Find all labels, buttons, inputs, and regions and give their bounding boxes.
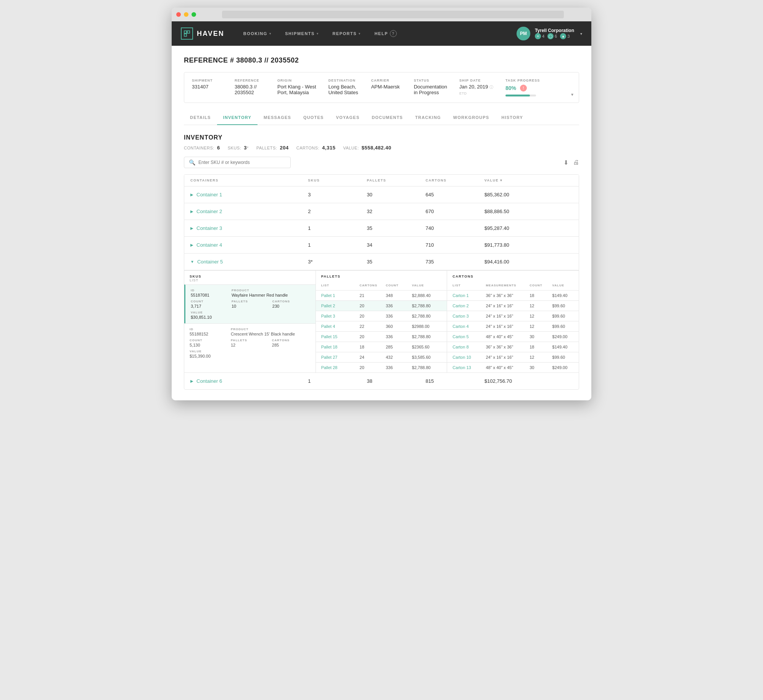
pallet-panel-title: PALLETS	[321, 275, 442, 278]
tab-quotes[interactable]: QUOTES	[297, 111, 330, 125]
containers-stat: CONTAINERS: 6	[184, 145, 220, 151]
expand-button[interactable]: ▾	[571, 92, 573, 97]
carton-row[interactable]: Carton 1 36" x 36" x 36" 18 $149.40	[447, 290, 579, 300]
table-row[interactable]: ▶ Container 4 1 34 710 $91,773.80	[184, 237, 579, 254]
row-value: $91,773.80	[485, 242, 573, 248]
pallet-row[interactable]: Pallet 1 21 348 $2,888.40	[316, 290, 447, 300]
row-value: $95,287.40	[485, 225, 573, 231]
sku-item[interactable]: ID 55188152 PRODUCT Crescent Wrench 15' …	[184, 323, 316, 362]
progress-row: 80% !	[505, 85, 540, 92]
toolbar-icons: ⬇ 🖨	[563, 159, 579, 166]
container5-header[interactable]: ▼ Container 5 3* 35 735 $94,416.00	[184, 254, 579, 270]
pallet-row[interactable]: Pallet 3 20 336 $2,788.80	[316, 311, 447, 321]
inbox-badge[interactable]: ≡ 4	[535, 33, 544, 39]
pallet-row[interactable]: Pallet 15 20 336 $2,788.80	[316, 331, 447, 342]
navbar: HAVEN BOOKING ▾ SHIPMENTS ▾ REPORTS ▾ HE…	[172, 21, 591, 46]
shipment-ref-label: REFERENCE	[235, 79, 265, 82]
table-row[interactable]: ▶ Container 1 3 30 645 $85,362.00	[184, 186, 579, 203]
c5-value: $94,416.00	[485, 259, 573, 265]
pallet-row[interactable]: Pallet 4 22 360 $2988.00	[316, 321, 447, 331]
table-row[interactable]: ▶ Container 3 1 35 740 $95,287.40	[184, 220, 579, 237]
minimize-button[interactable]	[184, 12, 188, 17]
sku-count-field: COUNT 5,130	[190, 339, 228, 347]
nav-booking[interactable]: BOOKING ▾	[237, 21, 278, 46]
nav-logo[interactable]: HAVEN	[181, 27, 224, 40]
sku-id-field: ID 55188152	[190, 328, 228, 336]
shipment-field-date: SHIP DATE Jan 20, 2019 ⓘ ETD	[459, 79, 493, 95]
row-cartons: 815	[426, 378, 485, 384]
nav-reports[interactable]: REPORTS ▾	[325, 21, 367, 46]
carton-row[interactable]: Carton 5 48" x 40" x 45" 30 $249.00	[447, 331, 579, 342]
close-button[interactable]	[176, 12, 181, 17]
tab-workgroups[interactable]: WORKGROUPS	[447, 111, 496, 125]
row-expand-icon: ▶	[190, 193, 193, 197]
nav-help[interactable]: HELP ?	[368, 30, 404, 37]
container-name: ▶ Container 6	[190, 378, 308, 384]
tab-documents[interactable]: DOCUMENTS	[365, 111, 409, 125]
nav-shipments[interactable]: SHIPMENTS ▾	[278, 21, 325, 46]
value-sort-icon[interactable]: ▾	[500, 178, 503, 182]
tab-voyages[interactable]: VOYAGES	[330, 111, 366, 125]
carton-row[interactable]: Carton 2 24" x 16" x 16" 12 $99.60	[447, 300, 579, 311]
tab-inventory[interactable]: INVENTORY	[217, 111, 258, 125]
avatar[interactable]: PM	[517, 27, 530, 40]
progress-label: TASK PROGRESS	[505, 79, 540, 82]
alert-badge[interactable]: ▲ 3	[560, 33, 570, 39]
message-badge[interactable]: ◯ 6	[547, 33, 557, 39]
row-expand-icon: ▶	[190, 243, 193, 247]
search-input[interactable]	[198, 160, 286, 165]
th-containers: CONTAINERS	[190, 178, 308, 182]
tab-tracking[interactable]: TRACKING	[409, 111, 447, 125]
carton-row[interactable]: Carton 8 36" x 36" x 36" 18 $149.40	[447, 342, 579, 352]
carton-row[interactable]: Carton 4 24" x 16" x 16" 12 $99.60	[447, 321, 579, 331]
sku-panel: SKUS LIST ID 55187081	[184, 271, 316, 372]
tab-messages[interactable]: MESSAGES	[258, 111, 297, 125]
shipment-carrier-value: APM-Maersk	[371, 84, 402, 90]
pallet-panel: PALLETS LIST CARTONS COUNT VALUE Pallet …	[316, 271, 447, 372]
shipment-field-carrier: CARRIER APM-Maersk	[371, 79, 402, 90]
shipment-field-id: SHIPMENT 331407	[192, 79, 222, 90]
maximize-button[interactable]	[192, 12, 196, 17]
table-row[interactable]: ▶ Container 6 1 38 815 $102,756.70	[184, 373, 579, 389]
expanded-content: SKUS LIST ID 55187081	[184, 270, 579, 372]
pallet-row[interactable]: Pallet 18 18 285 $2365.60	[316, 342, 447, 352]
row-expand-icon: ▶	[190, 379, 193, 383]
container-name: ▶ Container 4	[190, 242, 308, 248]
tabs: DETAILS INVENTORY MESSAGES QUOTES VOYAGE…	[184, 111, 579, 125]
shipment-date-value: Jan 20, 2019 ⓘ	[459, 84, 493, 90]
progress-value: 80%	[505, 85, 516, 91]
pallet-row[interactable]: Pallet 2 20 336 $2,788.80	[316, 300, 447, 311]
tab-details[interactable]: DETAILS	[184, 111, 217, 125]
row-pallets: 30	[367, 192, 425, 197]
shipment-field-dest: DESTINATION Long Beach,United States	[328, 79, 359, 95]
table-row[interactable]: ▶ Container 2 2 32 670 $88,886.50	[184, 203, 579, 220]
sku-item[interactable]: ID 55187081 PRODUCT Wayfaire Hammer Red …	[184, 284, 316, 323]
inbox-icon: ≡	[535, 33, 541, 39]
sku-panel-header: SKUS LIST	[184, 271, 316, 284]
row-expand-icon: ▶	[190, 226, 193, 230]
shipment-dest-value: Long Beach,United States	[328, 84, 359, 95]
print-icon[interactable]: 🖨	[573, 159, 579, 166]
date-info-icon[interactable]: ⓘ	[489, 85, 493, 89]
row-value: $88,886.50	[485, 209, 573, 214]
carton-row[interactable]: Carton 13 48" x 40" x 45" 30 $249.00	[447, 362, 579, 372]
pallet-row[interactable]: Pallet 27 24 432 $3,585.60	[316, 352, 447, 362]
help-icon: ?	[390, 30, 397, 37]
pallet-panel-header: PALLETS	[316, 271, 447, 281]
dropdown-caret[interactable]: ▾	[580, 32, 582, 36]
c5-pallets: 35	[367, 259, 425, 265]
shipment-id-label: SHIPMENT	[192, 79, 222, 82]
progress-alert-icon[interactable]: !	[520, 85, 527, 92]
shipment-date-sub: ETD	[459, 92, 493, 95]
tab-history[interactable]: HISTORY	[495, 111, 529, 125]
carton-row[interactable]: Carton 10 24" x 16" x 16" 12 $99.60	[447, 352, 579, 362]
value-stat: VALUE: $558,482.40	[343, 145, 391, 151]
download-icon[interactable]: ⬇	[563, 159, 568, 166]
shipment-origin-label: ORIGIN	[277, 79, 316, 82]
svg-rect-1	[187, 31, 190, 33]
logo-icon	[181, 27, 193, 40]
carton-row[interactable]: Carton 3 24" x 16" x 16" 12 $99.60	[447, 311, 579, 321]
svg-rect-2	[184, 34, 187, 36]
row-skus: 1	[308, 225, 367, 231]
pallet-row[interactable]: Pallet 28 20 336 $2,788.80	[316, 362, 447, 372]
